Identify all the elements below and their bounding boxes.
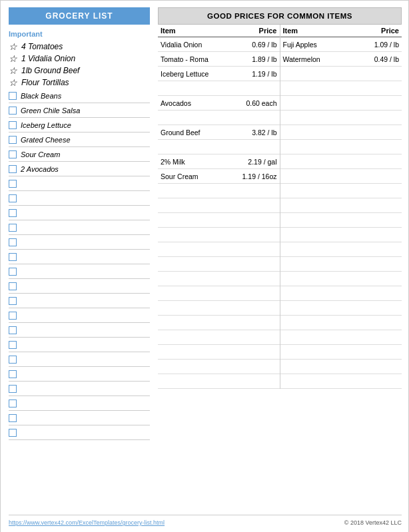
checkbox-item-text: 2 Avocados (21, 165, 59, 173)
price-row: Ground Beef3.82 / lb (158, 125, 280, 140)
star-item-text: 4 Tomatoes (21, 42, 63, 51)
checkbox[interactable] (9, 385, 17, 393)
checkbox[interactable] (9, 429, 17, 437)
checkbox-item[interactable]: Grated Cheese (9, 133, 150, 147)
grocery-list-header: GROCERY LIST (9, 7, 150, 25)
checkbox[interactable] (9, 194, 17, 202)
price-row: Avocados0.60 each (158, 96, 280, 111)
star-item: ☆4 Tomatoes (9, 41, 150, 53)
star-items-list: ☆4 Tomatoes☆1 Vidalia Onion☆1lb Ground B… (9, 41, 150, 89)
checkbox[interactable] (9, 312, 17, 320)
checkbox-empty-row[interactable] (9, 352, 150, 367)
col-price-label-1: Price (237, 25, 280, 37)
col-price-label-2: Price (360, 25, 402, 37)
checkbox[interactable] (9, 326, 17, 334)
checkbox-item[interactable]: Black Beans (9, 89, 150, 103)
checkbox-item[interactable]: 2 Avocados (9, 162, 150, 176)
checkbox-empty-row[interactable] (9, 367, 150, 382)
price-row-empty (158, 198, 280, 213)
price-value: 1.89 / lb (237, 54, 280, 65)
empty-checkbox-list (9, 176, 150, 440)
checkbox[interactable] (9, 238, 17, 246)
price-row-empty (158, 213, 280, 228)
checkbox-empty-row[interactable] (9, 235, 150, 250)
star-icon: ☆ (9, 54, 17, 63)
checkbox[interactable] (9, 370, 17, 378)
price-table-2-header: Item Price (280, 25, 402, 37)
checkbox-empty-row[interactable] (9, 294, 150, 308)
checkbox-item[interactable]: Iceberg Lettuce (9, 118, 150, 133)
price-row-empty (280, 67, 402, 81)
checkbox[interactable] (9, 414, 17, 422)
price-row-empty (280, 316, 402, 330)
price-value: 0.69 / lb (237, 39, 280, 50)
price-item: Iceberg Lettuce (158, 69, 237, 79)
checkbox[interactable] (9, 224, 17, 232)
checkbox-empty-row[interactable] (9, 338, 150, 352)
checkbox-empty-row[interactable] (9, 264, 150, 279)
footer-url[interactable]: https://www.vertex42.com/ExcelTemplates/… (9, 519, 165, 526)
checkbox[interactable] (9, 268, 17, 276)
checkbox-empty-row[interactable] (9, 250, 150, 264)
checkbox[interactable] (9, 92, 17, 100)
checkbox[interactable] (9, 107, 17, 115)
price-table-1-empty (158, 184, 280, 389)
checkbox[interactable] (9, 121, 17, 129)
price-row-empty (280, 242, 402, 257)
checkbox-empty-row[interactable] (9, 323, 150, 338)
checkbox-empty-row[interactable] (9, 206, 150, 220)
price-item: Tomato - Roma (158, 54, 237, 65)
star-icon: ☆ (9, 66, 17, 75)
price-row-empty (280, 125, 402, 140)
checkbox-item[interactable]: Green Chile Salsa (9, 103, 150, 118)
checkbox-empty-row[interactable] (9, 411, 150, 425)
checkbox-item[interactable]: Sour Cream (9, 147, 150, 162)
checkbox-empty-row[interactable] (9, 396, 150, 411)
checkbox-item-text: Grated Cheese (21, 136, 71, 144)
checkbox[interactable] (9, 180, 17, 188)
checkbox-empty-row[interactable] (9, 279, 150, 294)
checkbox-empty-row[interactable] (9, 191, 150, 206)
price-row: Fuji Apples1.09 / lb (280, 37, 402, 52)
checkbox[interactable] (9, 356, 17, 364)
price-row-empty (158, 345, 280, 360)
checkbox[interactable] (9, 282, 17, 290)
checkbox[interactable] (9, 150, 17, 158)
checkbox-item-text: Green Chile Salsa (21, 107, 80, 115)
checkbox-empty-row[interactable] (9, 425, 150, 440)
checkbox-items-list: Black BeansGreen Chile SalsaIceberg Lett… (9, 89, 150, 176)
col-item-label-2: Item (280, 25, 360, 37)
price-value: 2.19 / gal (237, 156, 280, 167)
price-row-empty (280, 169, 402, 184)
checkbox[interactable] (9, 209, 17, 217)
price-row-empty (280, 286, 402, 301)
checkbox[interactable] (9, 253, 17, 261)
price-row-empty (280, 140, 402, 154)
checkbox-empty-row[interactable] (9, 220, 150, 235)
price-value: 0.49 / lb (360, 54, 402, 65)
checkbox-empty-row[interactable] (9, 176, 150, 191)
price-row (158, 81, 280, 96)
checkbox-empty-row[interactable] (9, 308, 150, 323)
checkbox[interactable] (9, 341, 17, 349)
checkbox[interactable] (9, 136, 17, 144)
price-value: 3.82 / lb (237, 127, 280, 138)
star-item-text: 1 Vidalia Onion (21, 54, 75, 63)
left-panel: GROCERY LIST Important ☆4 Tomatoes☆1 Vid… (9, 7, 154, 440)
checkbox[interactable] (9, 297, 17, 305)
price-value: 0.60 each (237, 98, 280, 109)
checkbox-empty-row[interactable] (9, 382, 150, 396)
price-table-2-rows: Fuji Apples1.09 / lbWatermelon0.49 / lb (280, 37, 402, 67)
price-row-empty (280, 374, 402, 389)
price-row-empty (158, 272, 280, 286)
star-icon: ☆ (9, 78, 17, 87)
price-row-empty (280, 228, 402, 242)
checkbox[interactable] (9, 399, 17, 407)
checkbox[interactable] (9, 165, 17, 173)
price-row-empty (158, 374, 280, 389)
price-row-empty (158, 257, 280, 272)
price-item: Ground Beef (158, 127, 237, 138)
price-row-empty (280, 184, 402, 198)
price-row (158, 111, 280, 125)
price-row-empty (280, 213, 402, 228)
